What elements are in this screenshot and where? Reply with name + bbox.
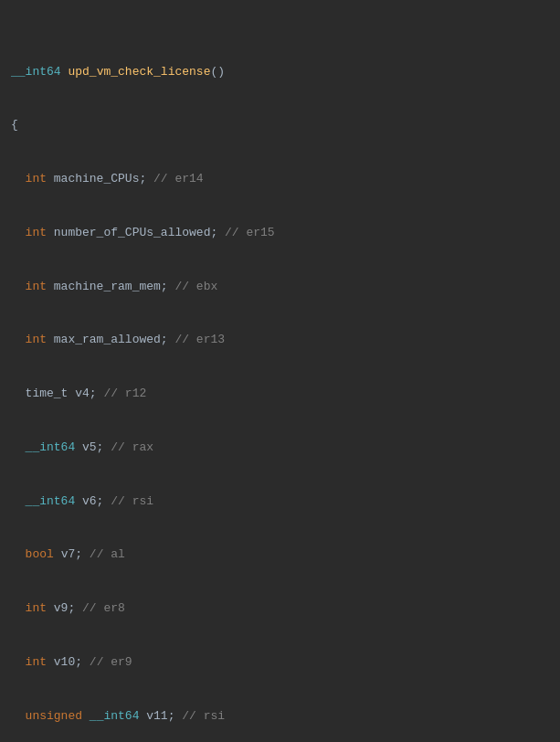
code-view: __int64 upd_vm_check_license() { int mac…: [0, 0, 560, 742]
line-4: int number_of_CPUs_allowed; // er15: [0, 224, 560, 242]
line-2: {: [0, 116, 560, 134]
line-9: __int64 v6; // rsi: [0, 493, 560, 511]
line-7: time_t v4; // r12: [0, 385, 560, 403]
line-12: int v10; // er9: [0, 653, 560, 672]
line-11: int v9; // er8: [0, 599, 560, 618]
line-8: __int64 v5; // rax: [0, 439, 560, 457]
line-5: int machine_ram_mem; // ebx: [0, 278, 560, 296]
line-1: __int64 upd_vm_check_license(): [0, 63, 560, 81]
line-10: bool v7; // al: [0, 546, 560, 564]
line-13: unsigned __int64 v11; // rsi: [0, 707, 560, 726]
line-3: int machine_CPUs; // er14: [0, 170, 560, 188]
line-6: int max_ram_allowed; // er13: [0, 331, 560, 349]
